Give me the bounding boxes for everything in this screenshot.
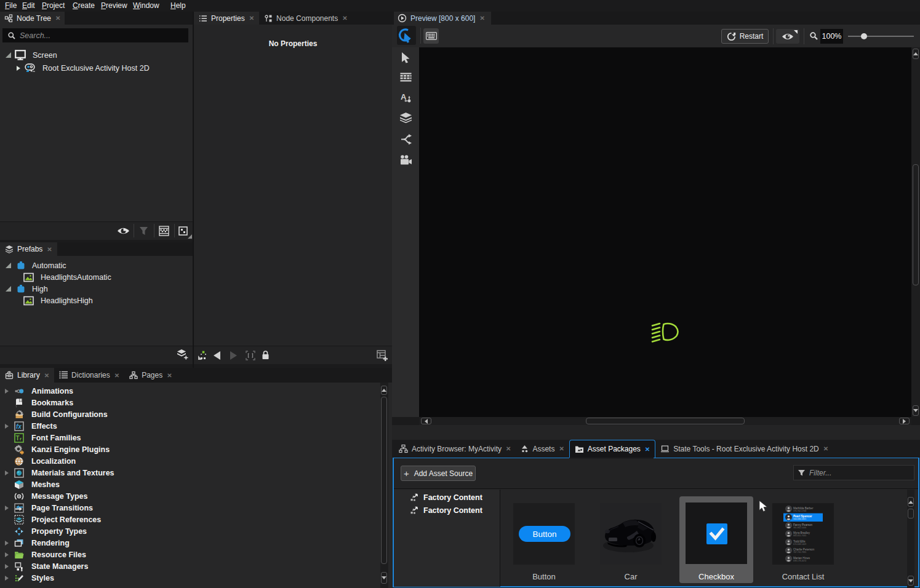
svg-text:361-862-5006: 361-862-5006 xyxy=(793,526,806,529)
svg-text:674-848-5409: 674-848-5409 xyxy=(793,543,806,546)
svg-text:883-855-7635: 883-855-7635 xyxy=(793,534,806,537)
svg-text:698-178-4674: 698-178-4674 xyxy=(793,560,806,562)
svg-text:fx: fx xyxy=(16,423,22,429)
svg-text:376-962-0768: 376-962-0768 xyxy=(793,510,806,512)
svg-text:r: r xyxy=(20,436,22,442)
svg-text:564-684-5821: 564-684-5821 xyxy=(793,518,806,520)
svg-text:767-705-7835: 767-705-7835 xyxy=(793,551,806,554)
svg-text:T: T xyxy=(16,434,20,441)
